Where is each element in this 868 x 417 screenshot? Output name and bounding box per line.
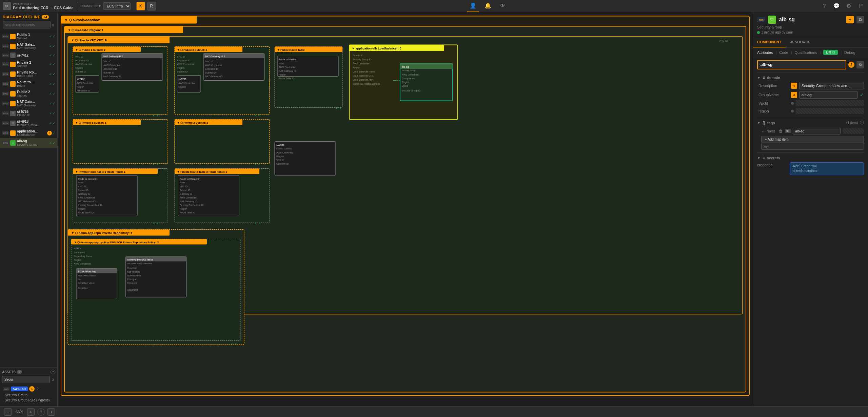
diagram-svg: ▼ ⬡ si-tools-sandbox aws: ▼ ⬡ us-east-1 … [58, 12, 753, 406]
attributes-panel: 2 ⧉ ▼ ≡ domain Description 4 GroupName 3 [753, 57, 868, 406]
sidebar-item-nat2[interactable]: aws □ NAT Gate... NAT Gateway ✓ ✓ [0, 99, 57, 108]
field-input-description[interactable] [799, 82, 864, 89]
tags-title: tags [767, 121, 844, 125]
change-set-select[interactable]: ECS Infra [103, 2, 131, 10]
canvas-area[interactable]: ▼ ⬡ si-tools-sandbox aws: ▼ ⬡ us-east-1 … [58, 12, 753, 406]
profile-icon-btn[interactable]: P [856, 2, 865, 11]
svg-text:Principal: Principal [127, 278, 136, 281]
sidebar-item-public2[interactable]: aws □ Public 2 Subnet ✓ ✓ [0, 89, 57, 99]
help-btn[interactable]: ? [37, 408, 45, 416]
sidebar-item-alb-sg[interactable]: aws □ alb-sg Security Group ✓ ✓ [0, 138, 57, 148]
svg-text:Region: Region [74, 259, 81, 262]
nav-icon-users[interactable]: 👤 [467, 0, 479, 12]
sidebar-item-private2[interactable]: aws □ Private 2 Subnet ✓ ✓ [0, 59, 57, 69]
albsg-icon: □ [10, 140, 16, 146]
assets-help-btn[interactable]: ? [51, 370, 55, 374]
credential-badge[interactable]: AWS Credentialsi-tools-sandbox [790, 162, 864, 175]
svg-text:✓ ✓: ✓ ✓ [231, 342, 237, 346]
search-input[interactable] [3, 21, 51, 28]
sidebar-item-privatero[interactable]: aws □ Private Ro... Route Table ✓ ✓ [0, 69, 57, 79]
sidebar-item-nat1[interactable]: aws □ NAT Gate... NAT Gateway ✓ ✓ [0, 41, 57, 51]
sidebar-items: aws □ Public 1 Subnet ✓ ✓ aws □ NAT Gate… [0, 30, 57, 367]
component-icon-badge: 🛡 [768, 16, 776, 24]
filter-icon[interactable]: ⧖ [52, 21, 55, 28]
field-striped-vpcid [796, 100, 864, 106]
item-provider: aws [2, 131, 9, 135]
sidebar-item-route[interactable]: aws □ Route to ... Route ✓ ✓ [0, 79, 57, 89]
chat-icon-btn[interactable]: 💬 [832, 2, 841, 11]
check-groupname-btn[interactable]: ✓ [860, 92, 864, 98]
svg-text:AWS Credential: AWS Credential [205, 64, 222, 66]
sidebar-header: DIAGRAM OUTLINE 24 ⧖ [0, 12, 57, 30]
tags-icon: {} [763, 121, 765, 125]
domain-icon: ≡ [763, 75, 765, 80]
sidebar-item-si7412[interactable]: aws □ si-7412 ✓ ✓ [0, 51, 57, 59]
svg-text:Route: Route [279, 63, 284, 65]
help-icon-btn[interactable]: ? [820, 2, 829, 11]
domain-section-header[interactable]: ▼ ≡ domain [757, 75, 864, 80]
assets-search-input[interactable] [2, 376, 50, 383]
svg-text:Subnet ID: Subnet ID [103, 71, 114, 74]
item-provider: aws [2, 92, 9, 96]
assets-count: 2 [17, 370, 22, 374]
sidebar-item-public1[interactable]: aws □ Public 1 Subnet ✓ ✓ [0, 32, 57, 41]
icon-btn-k[interactable]: K [136, 2, 145, 11]
attr-copy-btn[interactable]: ⧉ [856, 61, 864, 68]
subnet-icon: □ [10, 34, 16, 39]
zoom-in-btn[interactable]: + [27, 408, 35, 416]
topbar-icons: K R [136, 2, 156, 11]
item-provider: aws [2, 44, 9, 48]
subtab-qualifications[interactable]: Qualifications [794, 50, 817, 55]
subtab-debug[interactable]: Debug [844, 50, 855, 55]
svg-rect-85 [73, 120, 168, 164]
field-input-groupname[interactable] [799, 91, 858, 99]
tag-name-input[interactable] [793, 128, 841, 134]
sidebar-item-si4918[interactable]: aws □ si-4918 Internet Gatew... ✓ ✓ [0, 118, 57, 128]
settings-icon-btn[interactable]: ⚙ [844, 2, 853, 11]
item-badges: ! ✓ [47, 131, 55, 135]
subtab-diff[interactable]: Diff ⬡ [823, 50, 838, 55]
subtab-attributes[interactable]: Attributes [757, 50, 773, 55]
edit-description-btn[interactable]: 4 [791, 83, 797, 89]
svg-text:VPC ID: VPC ID [177, 56, 185, 58]
badge-check: ✓ [53, 54, 55, 57]
zoom-out-btn[interactable]: − [4, 408, 12, 416]
nav-icon-eye[interactable]: 👁 [497, 0, 509, 12]
item-type: Route [17, 84, 48, 87]
subtab-code[interactable]: Code [779, 50, 788, 55]
nat-icon: □ [10, 44, 16, 49]
svg-text:Key: Key [78, 278, 81, 280]
assets-filter-icon[interactable]: ⧖ [51, 376, 55, 383]
badge-check: ✓ [53, 121, 55, 125]
download-btn[interactable]: ↓ [47, 408, 55, 416]
svg-text:Allocation ID: Allocation ID [177, 59, 190, 62]
svg-text:✓ ✓: ✓ ✓ [254, 222, 261, 225]
item-type: Loadbalancer [17, 133, 46, 137]
icon-btn-r[interactable]: R [147, 2, 156, 11]
sidebar-item-si5755[interactable]: aws □ si-5755 Elastic IP ✓ ✓ [0, 108, 57, 118]
edit-groupname-btn[interactable]: 3 [791, 92, 797, 98]
tag-delete-btn[interactable]: 🗑 [779, 129, 783, 133]
tags-section-header[interactable]: ▼ {} tags (1 item) ⓘ [757, 120, 864, 126]
asset-group-header[interactable]: aws AWS FC2 1 2 [2, 385, 55, 393]
item-info: Route to ... Route [17, 80, 48, 87]
tab-component[interactable]: COMPONENT [753, 37, 786, 47]
secrets-section-header[interactable]: ▼ ≡ secrets [757, 155, 864, 160]
badge-check: ✓ [49, 121, 52, 125]
item-type: Subnet [17, 64, 48, 68]
attr-name-input[interactable] [757, 60, 846, 69]
item-provider: aws [2, 35, 9, 38]
add-map-item-btn[interactable]: + Add map item [761, 136, 864, 143]
key-input[interactable] [761, 143, 864, 150]
asset-security-group-rule[interactable]: Security Group Rule (Ingress) [2, 398, 55, 403]
nav-icon-bell[interactable]: 🔔 [482, 0, 494, 12]
component-copy-btn[interactable]: ⧉ [856, 16, 864, 23]
tags-info-btn[interactable]: ⓘ [860, 120, 864, 126]
tag-key-label: Name [767, 129, 777, 133]
asset-security-group[interactable]: Security Group [2, 393, 55, 398]
component-add-btn[interactable]: + [846, 16, 854, 23]
item-name: Private 2 [17, 61, 48, 64]
sidebar-item-alb[interactable]: aws □ application... Loadbalancer ! ✓ [0, 128, 57, 138]
badge-check: ✓ [49, 62, 52, 66]
tab-resource[interactable]: RESOURCE [786, 37, 815, 47]
